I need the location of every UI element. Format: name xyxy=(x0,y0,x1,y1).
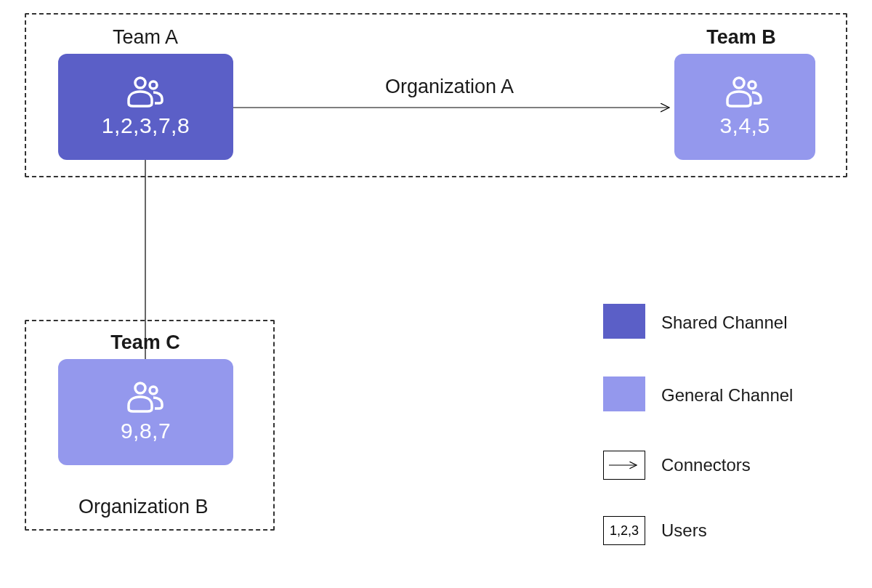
team-a-card: 1,2,3,7,8 xyxy=(58,54,233,160)
people-icon xyxy=(126,76,166,108)
team-c-card: 9,8,7 xyxy=(58,359,233,465)
team-a-members: 1,2,3,7,8 xyxy=(102,113,190,138)
svg-point-3 xyxy=(748,81,756,89)
legend-users-sample: 1,2,3 xyxy=(610,523,639,539)
team-a-label: Team A xyxy=(102,26,189,49)
team-b-label: Team B xyxy=(698,26,785,49)
svg-point-6 xyxy=(135,383,145,393)
legend-shared-label: Shared Channel xyxy=(661,313,787,333)
svg-point-7 xyxy=(150,387,157,394)
legend-users-swatch: 1,2,3 xyxy=(603,516,645,545)
connector-a-to-b xyxy=(233,102,674,116)
people-icon xyxy=(724,76,765,108)
org-b-label: Organization B xyxy=(78,496,209,518)
team-c-members: 9,8,7 xyxy=(121,419,171,443)
legend-general-label: General Channel xyxy=(661,385,793,406)
legend-shared-swatch xyxy=(603,304,645,339)
legend-general-swatch xyxy=(603,376,645,411)
legend-connector-label: Connectors xyxy=(661,455,751,475)
svg-point-1 xyxy=(150,81,157,89)
legend-connector-swatch xyxy=(603,451,645,480)
svg-point-2 xyxy=(734,78,744,88)
people-icon xyxy=(126,381,166,413)
team-b-card: 3,4,5 xyxy=(674,54,815,160)
team-c-label: Team C xyxy=(102,331,189,354)
legend-users-label: Users xyxy=(661,520,707,541)
org-a-label: Organization A xyxy=(385,76,514,98)
team-b-members: 3,4,5 xyxy=(719,113,770,138)
svg-point-0 xyxy=(135,78,145,88)
